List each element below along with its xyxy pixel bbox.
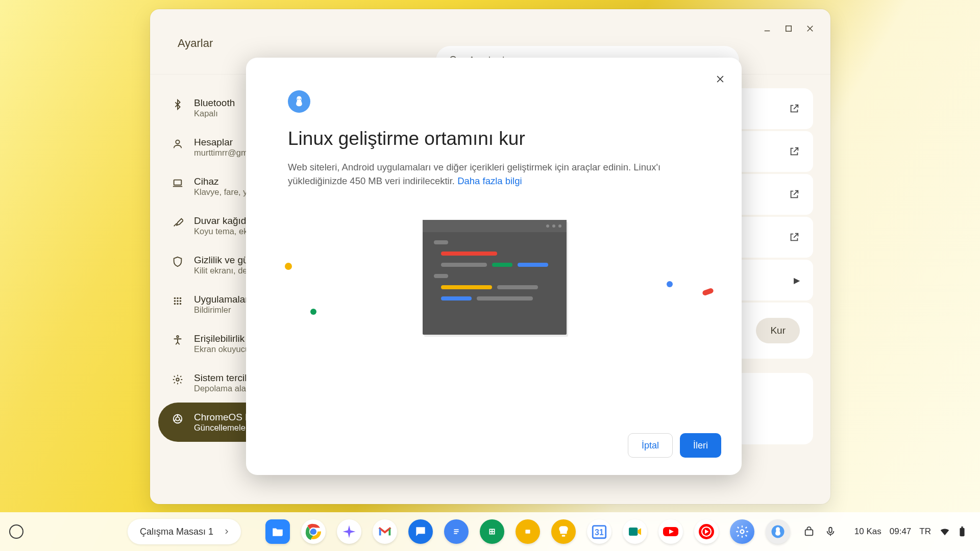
launcher-button[interactable] [9, 524, 23, 539]
svg-point-18 [177, 336, 179, 338]
svg-point-21 [176, 417, 179, 420]
close-icon [715, 74, 725, 84]
svg-point-13 [177, 300, 179, 302]
settings-window: Ayarlar Ayarlarda ara BluetoothKapalı He… [150, 9, 830, 504]
linux-logo-icon [288, 90, 310, 113]
svg-rect-31 [454, 529, 458, 530]
svg-rect-33 [454, 533, 457, 534]
youtube-music-app-icon[interactable] [694, 519, 719, 544]
svg-rect-1 [786, 26, 792, 32]
external-link-icon [789, 146, 800, 157]
status-area[interactable]: 10 Kas 09:47 TR [849, 526, 971, 537]
page-title: Ayarlar [178, 37, 213, 50]
svg-rect-32 [454, 531, 458, 532]
shield-icon [172, 256, 184, 268]
dialog-close-button[interactable] [712, 71, 728, 87]
svg-rect-43 [629, 528, 638, 536]
svg-point-15 [174, 303, 176, 305]
keep-app-icon[interactable] [551, 519, 576, 544]
svg-rect-52 [961, 527, 963, 528]
external-link-icon [789, 103, 800, 114]
svg-point-19 [176, 378, 179, 381]
chrome-icon [172, 413, 184, 425]
person-icon [172, 138, 184, 150]
gemini-app-icon[interactable] [337, 519, 361, 544]
settings-app-icon[interactable] [730, 519, 754, 544]
window-controls [754, 14, 823, 43]
apps-grid-icon [172, 295, 184, 307]
external-link-icon [789, 232, 800, 243]
decorative-dot [701, 287, 714, 296]
desk-switcher[interactable]: Çalışma Masası 1 [128, 519, 241, 544]
svg-point-17 [180, 303, 182, 305]
wifi-icon [939, 526, 950, 537]
more-info-link[interactable]: Daha fazla bilgi [457, 176, 522, 186]
gear-icon [172, 373, 184, 386]
svg-rect-7 [174, 180, 182, 185]
svg-text:31: 31 [595, 528, 604, 537]
svg-point-6 [176, 140, 179, 144]
chevron-right-icon [223, 528, 231, 536]
svg-point-9 [174, 297, 176, 299]
accessibility-icon [172, 334, 184, 346]
sheets-app-icon[interactable] [480, 519, 504, 544]
dialog-title: Linux geliştirme ortamını kur [288, 128, 727, 149]
battery-icon [959, 526, 966, 537]
maximize-button[interactable] [781, 21, 796, 36]
svg-rect-51 [960, 528, 964, 537]
external-link-icon [789, 189, 800, 200]
svg-point-10 [177, 297, 179, 299]
chrome-app-icon[interactable] [301, 519, 326, 544]
terminal-app-icon[interactable] [766, 519, 790, 544]
time-label: 09:47 [890, 527, 912, 537]
svg-point-12 [174, 300, 176, 302]
date-label: 10 Kas [854, 527, 881, 537]
linux-setup-dialog: Linux geliştirme ortamını kur Web sitele… [246, 58, 742, 475]
svg-rect-39 [525, 530, 530, 533]
dialog-actions: İptal İleri [628, 433, 721, 458]
docs-app-icon[interactable] [444, 519, 469, 544]
next-button[interactable]: İleri [680, 433, 721, 458]
svg-point-16 [177, 303, 179, 305]
language-label: TR [919, 527, 931, 537]
meet-app-icon[interactable] [623, 519, 647, 544]
svg-point-11 [180, 297, 182, 299]
svg-point-14 [180, 300, 182, 302]
tote-icon[interactable] [803, 526, 815, 537]
install-button[interactable]: Kur [756, 318, 800, 343]
brush-icon [172, 216, 184, 229]
dialog-illustration [418, 220, 571, 337]
desk-label: Çalışma Masası 1 [140, 527, 213, 537]
minimize-button[interactable] [760, 21, 774, 36]
messages-app-icon[interactable] [408, 519, 433, 544]
svg-rect-49 [805, 530, 813, 535]
laptop-icon [172, 177, 184, 189]
calendar-app-icon[interactable]: 31 [587, 519, 611, 544]
decorative-dot [310, 309, 316, 315]
slides-app-icon[interactable] [516, 519, 540, 544]
svg-rect-40 [562, 535, 566, 537]
cancel-button[interactable]: İptal [628, 433, 673, 458]
chevron-right-icon: ▶ [794, 276, 800, 285]
youtube-app-icon[interactable] [658, 519, 683, 544]
svg-rect-50 [829, 528, 832, 533]
shelf-apps: 31 [265, 519, 790, 544]
close-button[interactable] [803, 21, 817, 36]
dialog-body: Web siteleri, Android uygulamaları ve di… [288, 161, 682, 188]
shelf: Çalışma Masası 1 31 10 Kas 09:47 TR [0, 512, 980, 551]
mic-icon[interactable] [825, 526, 836, 537]
bluetooth-icon [172, 98, 184, 111]
svg-point-28 [310, 529, 316, 535]
gmail-app-icon[interactable] [373, 519, 397, 544]
system-tray: 10 Kas 09:47 TR [799, 526, 971, 537]
decorative-dot [667, 281, 673, 287]
svg-point-47 [741, 530, 744, 534]
decorative-dot [285, 263, 292, 270]
files-app-icon[interactable] [265, 519, 290, 544]
